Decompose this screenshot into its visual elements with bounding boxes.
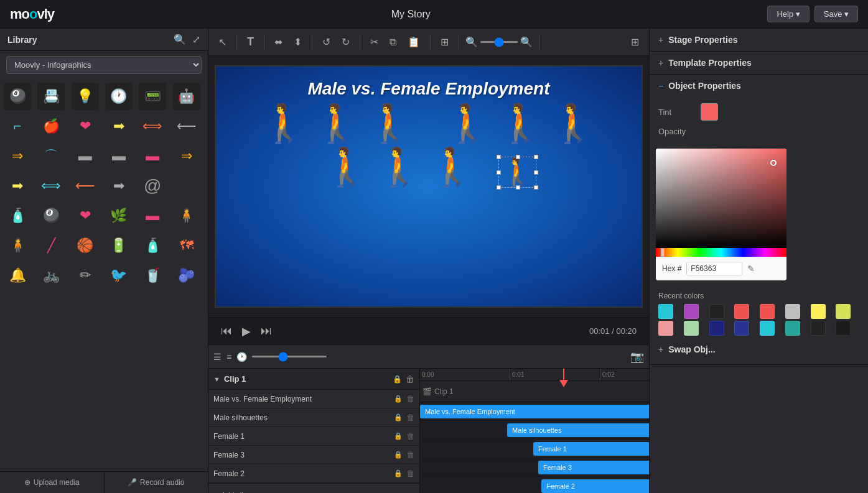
track-row-3[interactable]: Female 3 🔒 🗑	[208, 446, 419, 464]
male-figure-1[interactable]: 🚶	[261, 105, 307, 142]
stage-properties-header[interactable]: + Stage Properties	[650, 29, 868, 51]
male-figure-3[interactable]: 🚶	[366, 105, 413, 142]
library-item[interactable]: 🎱	[37, 202, 65, 229]
view-mode-button[interactable]: ⊞	[627, 34, 643, 50]
library-item[interactable]: ➡	[105, 113, 133, 140]
female-figure-selected[interactable]: 🚶	[500, 159, 534, 186]
hue-bar[interactable]	[656, 248, 786, 257]
recent-color-12[interactable]	[760, 321, 775, 336]
recent-color-7[interactable]	[836, 304, 851, 319]
color-gradient[interactable]	[656, 149, 786, 248]
track-lock-1[interactable]: 🔒	[394, 413, 403, 422]
recent-color-2[interactable]	[709, 304, 724, 319]
record-audio-button[interactable]: 🎤 Record audio	[105, 472, 208, 493]
clip-collapse-icon[interactable]: ▼	[213, 376, 220, 383]
library-item[interactable]: ▬	[72, 142, 99, 170]
save-button[interactable]: Save ▾	[814, 6, 858, 22]
library-item[interactable]: 🔋	[105, 232, 133, 259]
tint-color-swatch[interactable]	[701, 103, 718, 121]
library-item[interactable]: 🎱	[4, 83, 31, 110]
timeline-list-view-button[interactable]: ☰	[213, 352, 222, 362]
clip-lock-icon[interactable]: 🔒	[393, 375, 402, 384]
library-item[interactable]: ▬	[139, 142, 166, 170]
library-item[interactable]: ✏	[72, 262, 99, 289]
track-delete-0[interactable]: 🗑	[406, 394, 414, 403]
female-figure-2[interactable]: 🚶	[497, 105, 544, 142]
redo-button[interactable]: ↻	[338, 34, 353, 50]
recent-color-3[interactable]	[734, 304, 749, 319]
library-item[interactable]: 🧍	[4, 232, 31, 259]
recent-color-14[interactable]	[811, 321, 826, 336]
track-row-2[interactable]: Female 1 🔒 🗑	[208, 427, 419, 446]
male-figure-2[interactable]: 🚶	[314, 105, 360, 142]
upload-media-button[interactable]: ⊕ Upload media	[0, 472, 105, 493]
recent-color-5[interactable]	[785, 304, 800, 319]
library-item[interactable]: 🧴	[139, 232, 166, 259]
play-button[interactable]: ▶	[242, 325, 251, 338]
select-tool-button[interactable]: ↖	[215, 34, 230, 50]
zoom-out-icon[interactable]: 🔍	[465, 36, 478, 48]
handle-top-right[interactable]	[534, 155, 538, 159]
track-lock-4[interactable]: 🔒	[394, 469, 403, 477]
help-button[interactable]: Help ▾	[767, 6, 809, 22]
cut-button[interactable]: ✂	[366, 34, 382, 50]
library-item[interactable]: ❤	[72, 113, 99, 140]
library-item[interactable]: 🔔	[4, 262, 31, 289]
library-item[interactable]: ⌒	[37, 142, 65, 170]
track-lock-0[interactable]: 🔒	[394, 395, 403, 403]
library-search-icon[interactable]: 🔍	[174, 34, 186, 45]
object-properties-header[interactable]: − Object Properties	[650, 75, 868, 97]
male-figure-5[interactable]: 🚶	[376, 149, 422, 186]
arrange-button[interactable]: ⊞	[437, 34, 452, 50]
recent-color-10[interactable]	[709, 321, 724, 336]
timeline-zoom-slider[interactable]	[252, 356, 327, 357]
track-delete-2[interactable]: 🗑	[406, 431, 414, 441]
library-item[interactable]: 🍎	[37, 113, 65, 140]
recent-color-1[interactable]	[684, 304, 699, 319]
hue-indicator[interactable]	[661, 248, 665, 257]
male-figure-4[interactable]: 🚶	[323, 149, 370, 186]
library-expand-icon[interactable]: ⤢	[192, 34, 200, 45]
library-item[interactable]: ⟵	[173, 113, 200, 140]
library-item[interactable]: ❤	[72, 202, 99, 229]
recent-color-15[interactable]	[836, 321, 851, 336]
add-clip-button[interactable]: Add clip	[213, 487, 255, 493]
library-item[interactable]: 🤖	[173, 83, 200, 110]
recent-color-11[interactable]	[734, 321, 749, 336]
track-row-1[interactable]: Male silhouettes 🔒 🗑	[208, 408, 419, 427]
library-item[interactable]: ⟵	[72, 172, 99, 200]
track-lock-3[interactable]: 🔒	[394, 451, 403, 459]
library-item[interactable]	[173, 172, 200, 200]
library-item[interactable]: ▬	[105, 142, 133, 170]
library-item[interactable]: ➡	[4, 172, 31, 200]
track-bar-2[interactable]: Female 1	[533, 442, 649, 456]
library-item[interactable]: @	[139, 172, 166, 200]
library-item[interactable]: 🧍	[173, 202, 200, 229]
track-lock-2[interactable]: 🔒	[394, 432, 403, 440]
library-item[interactable]: 🚲	[37, 262, 65, 289]
library-item[interactable]: ⌐	[4, 113, 31, 140]
library-item[interactable]: 🕐	[105, 83, 133, 110]
handle-middle-right[interactable]	[534, 170, 538, 175]
male-figure-6[interactable]: 🚶	[429, 149, 475, 186]
track-delete-1[interactable]: 🗑	[406, 413, 414, 422]
track-row-0[interactable]: Male vs. Female Employment 🔒 🗑	[208, 390, 419, 408]
playhead[interactable]	[563, 369, 564, 380]
track-bar-3[interactable]: Female 3	[538, 461, 649, 474]
library-item[interactable]: ▬	[139, 202, 166, 229]
timeline-compact-view-button[interactable]: ≡	[226, 352, 231, 362]
track-delete-4[interactable]: 🗑	[406, 469, 414, 478]
recent-color-13[interactable]	[785, 321, 800, 336]
female-figure-1[interactable]: 🚶	[444, 105, 491, 142]
library-item[interactable]: 🧴	[4, 202, 31, 229]
library-item[interactable]: 🏀	[72, 232, 99, 259]
track-bar-4[interactable]: Female 2	[541, 479, 649, 493]
timeline-clock-button[interactable]: 🕐	[236, 352, 247, 362]
library-category-select[interactable]: Moovly - Infographics	[6, 56, 202, 74]
library-item[interactable]: ⇒	[173, 142, 200, 170]
undo-button[interactable]: ↺	[319, 34, 334, 50]
library-item[interactable]: ⇒	[4, 142, 31, 170]
library-item[interactable]: ╱	[37, 232, 65, 259]
library-item[interactable]: 📇	[37, 83, 65, 110]
text-tool-button[interactable]: T	[243, 33, 258, 51]
